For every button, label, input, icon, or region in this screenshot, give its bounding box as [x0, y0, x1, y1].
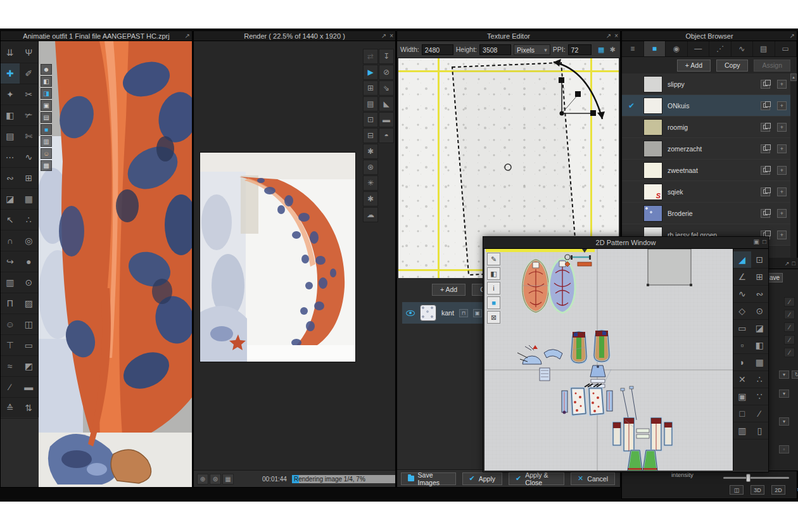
copy-fabric-icon[interactable]	[761, 101, 770, 110]
add-to-icon[interactable]: +	[777, 80, 787, 89]
polygon-icon[interactable]: ◇	[733, 303, 751, 320]
width-field[interactable]: 2480	[422, 44, 453, 55]
iron-icon[interactable]: ◪	[751, 320, 769, 337]
show-shirt-b-icon[interactable]: ▤	[41, 112, 52, 123]
print-garment-icon[interactable]: ▦	[751, 354, 769, 371]
trace-icon[interactable]: ⊙	[751, 303, 769, 320]
edit-curve-icon[interactable]: ∿	[733, 286, 751, 303]
checkerboard-tile-icon[interactable]: ▦	[597, 44, 605, 54]
apply-button[interactable]: ✔ Apply	[462, 472, 502, 485]
boundary-icon[interactable]: □	[733, 405, 751, 422]
apply-close-button[interactable]: ✔ Apply & Close	[509, 472, 564, 485]
cutter-tool-icon[interactable]: ✂	[20, 84, 39, 105]
show-scene-icon[interactable]: ◨	[41, 88, 52, 99]
render-script-icon[interactable]: ▤	[363, 96, 378, 111]
show-fabric-icon[interactable]: ■	[41, 124, 52, 135]
refresh-icon[interactable]: ↻	[792, 370, 798, 379]
rectangle-icon[interactable]: ▭	[733, 320, 751, 337]
save-render-icon[interactable]: ↧	[379, 49, 394, 64]
shirt-dots-icon[interactable]: ∴	[20, 210, 39, 231]
tab-label-icon[interactable]: ▭	[775, 41, 797, 56]
tab-fold-icon[interactable]: ▤	[753, 41, 775, 56]
fabric-swap-icon[interactable]: ■	[487, 296, 500, 309]
area-light-icon[interactable]: ▬	[379, 112, 394, 127]
add-to-icon[interactable]: +	[777, 101, 787, 110]
trace-square-icon[interactable]: ▣	[733, 388, 751, 405]
zomerzacht[interactable]: zomerzacht +	[622, 138, 790, 160]
save-images-button[interactable]: Save Images	[401, 472, 456, 485]
tab-stitch-icon[interactable]: ∿	[732, 41, 754, 56]
ONkuis[interactable]: ✔ ONkuis +	[622, 95, 790, 117]
add-to-icon[interactable]: +	[777, 123, 787, 132]
add-to-icon[interactable]: +	[777, 231, 787, 239]
add-to-icon[interactable]: +	[777, 209, 787, 218]
spot-light-icon[interactable]: ◣	[379, 96, 394, 111]
checkbox-icon[interactable]: ▫	[779, 445, 789, 453]
stitch-style-icon[interactable]: ∕	[784, 322, 795, 332]
lock-garment-icon[interactable]: ⊠	[487, 311, 500, 324]
camera-properties-icon[interactable]: ⊛	[363, 160, 378, 175]
sun-light-icon[interactable]: ⇘	[379, 80, 394, 96]
cursor-fabric-icon[interactable]: ◩	[20, 356, 39, 377]
render-canvas[interactable]: ⇄ ▶ ⊞ ▤	[194, 41, 395, 470]
curve-piece-icon[interactable]: ∾	[751, 286, 769, 303]
layer-options-icon[interactable]: ▣	[473, 309, 482, 317]
stitch-style-icon[interactable]: ∕	[784, 335, 795, 345]
dropdown-icon[interactable]: ▾	[779, 417, 789, 426]
button-lock-icon[interactable]: ⊙	[20, 272, 39, 293]
render-video-icon[interactable]: ▶	[363, 65, 378, 80]
add-to-icon[interactable]: +	[777, 144, 787, 153]
tab-trim-icon[interactable]: —	[688, 41, 710, 56]
popout-icon[interactable]: ↗	[606, 33, 611, 39]
scroll-up-icon[interactable]: ▲	[790, 73, 797, 81]
dart-icon[interactable]: ◗	[733, 354, 751, 371]
zigzag-sew-icon[interactable]: ∿	[20, 147, 39, 168]
free-sew-icon[interactable]: ∾	[1, 168, 20, 189]
cylinder-icon[interactable]: ▯	[751, 422, 769, 440]
copy-fabric-icon[interactable]	[761, 166, 770, 175]
copy-fabric-icon[interactable]	[761, 209, 770, 218]
close-icon[interactable]: ×	[390, 33, 393, 39]
stitch-style-icon[interactable]: ∕	[784, 348, 795, 357]
flip-garment-icon[interactable]: ◧	[487, 267, 500, 280]
tab-list-icon[interactable]: ≡	[622, 41, 644, 56]
refresh-icon[interactable]: ↻	[792, 485, 798, 495]
cut-sew-icon[interactable]: ✃	[20, 105, 39, 126]
pen-tool-icon[interactable]: ✎	[487, 253, 500, 265]
render-properties-icon[interactable]: ✱	[363, 191, 378, 206]
intensity-slider[interactable]	[723, 477, 789, 479]
show-garment-icon[interactable]: ◧	[41, 76, 52, 87]
button-cursor-icon[interactable]: ◎	[20, 231, 39, 251]
sewing-machine-icon[interactable]: ▤	[1, 126, 20, 147]
popout-icon[interactable]: ↗	[381, 33, 386, 39]
add-to-icon[interactable]: +	[777, 187, 787, 196]
height-field[interactable]: 3508	[479, 44, 511, 55]
zigzag-roll-icon[interactable]: ▨	[20, 293, 39, 314]
popout-icon[interactable]: ↗	[785, 260, 790, 267]
cancel-button[interactable]: ✕ Cancel	[571, 472, 615, 485]
zoom-fit-icon[interactable]: ⊜	[210, 474, 221, 484]
light-properties-icon[interactable]: ✳	[363, 175, 378, 191]
view-2d-button[interactable]: 2D	[771, 485, 785, 495]
copy-fabric-icon[interactable]	[761, 187, 770, 196]
texture-options-icon[interactable]: ✱	[608, 44, 617, 54]
dock-panel-icon[interactable]: ⇊	[1, 42, 20, 63]
segment-sew-icon[interactable]: ⋯	[1, 147, 20, 168]
dotted-rect-icon[interactable]: ▫	[733, 337, 751, 354]
render-queue-icon[interactable]: ⊞	[363, 80, 378, 96]
show-avatar-icon[interactable]: ☻	[41, 64, 52, 75]
roomig[interactable]: roomig +	[622, 117, 790, 138]
grade-garment-icon[interactable]: ∴	[751, 371, 769, 388]
layered-garments-icon[interactable]: ▥	[1, 272, 20, 293]
grade-cursor-icon[interactable]: ⊞	[20, 168, 39, 189]
add-layer-button[interactable]: + Add	[432, 284, 466, 296]
fold-arrange-icon[interactable]: ↪	[1, 251, 20, 272]
tracing-wheel-icon[interactable]: ✐	[20, 63, 39, 84]
save-button-partial[interactable]: ave	[768, 273, 783, 282]
dots-garment-icon[interactable]: ∵	[751, 388, 769, 405]
walk-avatar-icon[interactable]: Ψ	[20, 42, 39, 63]
copy-fabric-icon[interactable]	[761, 80, 770, 89]
move-tool-icon[interactable]: ✚	[1, 63, 20, 84]
restore-icon[interactable]: ▣	[754, 239, 759, 245]
pin-tool-icon[interactable]: ↖	[1, 210, 20, 231]
